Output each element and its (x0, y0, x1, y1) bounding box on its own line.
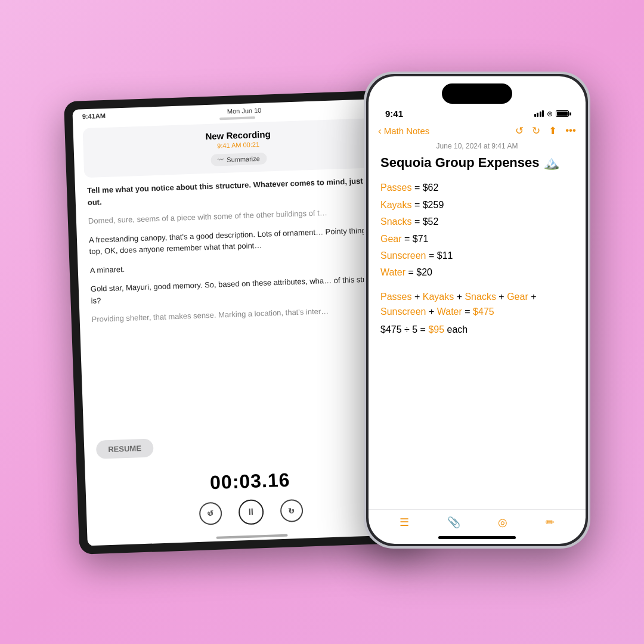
share-icon[interactable]: ⬆ (549, 125, 557, 137)
expense-label-passes: Passes (380, 182, 411, 193)
expense-sunscreen: Sunscreen = $11 (380, 249, 574, 262)
iphone-toolbar: ☰ 📎 ◎ ✏ (369, 509, 586, 532)
undo-icon[interactable]: ↺ (515, 125, 524, 137)
expense-label-gear: Gear (380, 234, 402, 244)
note-content: June 10, 2024 at 9:41 AM Sequoia Group E… (369, 142, 586, 509)
sum-plus-2: + (457, 292, 465, 302)
location-icon[interactable]: ◎ (498, 516, 507, 529)
resume-button[interactable]: RESUME (96, 438, 154, 459)
dynamic-island (442, 83, 512, 104)
pause-icon: ⏸ (246, 507, 256, 518)
nav-actions: ↺ ↻ ⬆ ••• (515, 125, 576, 137)
notes-navigation: ‹ Math Notes ↺ ↻ ⬆ ••• (369, 121, 586, 142)
iphone-home-indicator (438, 536, 516, 539)
back-label: Math Notes (384, 126, 430, 136)
wifi-icon: ⊜ (547, 110, 553, 118)
sum-plus-3: + (499, 292, 507, 302)
transcript-area: Tell me what you notice about this struc… (75, 174, 413, 441)
iphone-screen: 9:41 ⊜ (369, 76, 586, 544)
note-title-text: Sequoia Group Expenses 🏔️ (380, 155, 559, 170)
expense-label-water: Water (380, 267, 405, 277)
signal-bar-2 (537, 113, 538, 117)
expense-value-passes: = $62 (414, 182, 438, 193)
skip-forward-button[interactable]: ↻ 15 (280, 499, 303, 522)
iphone-inner: 9:41 ⊜ (366, 74, 588, 546)
battery-fill (557, 112, 568, 116)
transcript-line-3: A freestanding canopy, that's a good des… (89, 224, 395, 258)
checklist-icon[interactable]: ☰ (400, 516, 409, 529)
sum-plus-1: + (414, 292, 423, 302)
signal-bar-3 (540, 112, 541, 117)
status-icons: ⊜ (534, 110, 569, 118)
expense-snacks: Snacks = $52 (380, 215, 574, 228)
transcript-line-2: Domed, sure, seems of a piece with some … (88, 205, 394, 227)
battery-icon (556, 110, 569, 117)
sum-water: Water (437, 306, 462, 317)
iphone-device: 9:41 ⊜ (364, 72, 590, 549)
chevron-left-icon: ‹ (378, 125, 382, 137)
back-button[interactable]: ‹ Math Notes (378, 125, 429, 137)
division-answer: $95 (428, 324, 444, 335)
sum-sunscreen: Sunscreen (380, 306, 426, 317)
sum-equals: = (465, 306, 473, 317)
transcript-line-5: Gold star, Mayuri, good memory. So, base… (91, 273, 397, 306)
sum-total: $475 (473, 306, 494, 317)
sum-plus-4: + (531, 292, 536, 302)
transcript-line-6: Providing shelter, that makes sense. Mar… (91, 303, 397, 325)
iphone-status-bar: 9:41 ⊜ (369, 104, 586, 121)
transcript-line-4: A minaret. (89, 254, 395, 276)
signal-bars (534, 110, 544, 117)
more-icon[interactable]: ••• (565, 125, 576, 137)
expense-water: Water = $20 (380, 266, 574, 279)
expense-label-sunscreen: Sunscreen (380, 250, 426, 261)
pause-button[interactable]: ⏸ (238, 499, 264, 525)
expense-value-water: = $20 (408, 267, 432, 277)
sum-passes: Passes (380, 292, 411, 302)
recording-meta: 9:41 AM 00:21 (217, 141, 259, 149)
summarize-label: Summarize (227, 155, 260, 163)
expense-gear: Gear = $71 (380, 233, 574, 246)
skip-forward-label: 15 (289, 509, 294, 513)
division-suffix: each (447, 324, 468, 335)
redo-icon[interactable]: ↻ (532, 125, 540, 137)
expense-label-snacks: Snacks (380, 216, 411, 227)
expense-passes: Passes = $62 (380, 181, 574, 194)
compose-icon[interactable]: ✏ (546, 516, 555, 529)
expense-value-snacks: = $52 (414, 216, 438, 227)
ipad-time: 9:41AM (82, 112, 106, 120)
summarize-button[interactable]: 〰 Summarize (210, 153, 267, 166)
division-result: $475 ÷ 5 = $95 each (380, 324, 574, 335)
note-title: Sequoia Group Expenses 🏔️ (380, 155, 574, 171)
transcript-line-1: Tell me what you notice about this struc… (87, 174, 393, 208)
sum-snacks: Snacks (465, 292, 496, 302)
sum-kayaks: Kayaks (423, 292, 454, 302)
iphone-time: 9:41 (385, 109, 403, 119)
expense-sum: Passes + Kayaks + Snacks + Gear + Sunscr… (380, 289, 574, 320)
signal-bar-4 (542, 110, 544, 117)
attachment-icon[interactable]: 📎 (447, 516, 460, 529)
skip-back-button[interactable]: ↺ 15 (199, 502, 222, 525)
sum-plus-5: + (429, 306, 437, 317)
signal-bar-1 (534, 114, 536, 117)
expense-value-gear: = $71 (404, 234, 428, 244)
recording-card: New Recording 9:41 AM 00:21 〰 Summarize (83, 117, 395, 178)
ipad-date: Mon Jun 10 (227, 107, 262, 115)
division-expression: $475 ÷ 5 = (380, 324, 428, 335)
ipad-drag-handle (219, 116, 255, 120)
sum-gear: Gear (507, 292, 528, 302)
expense-value-kayaks: = $259 (414, 200, 444, 210)
expense-list: Passes = $62 Kayaks = $259 Snacks = $52 (380, 181, 574, 279)
waveform-icon: 〰 (218, 156, 224, 163)
note-date: June 10, 2024 at 9:41 AM (380, 142, 574, 150)
skip-back-label: 15 (208, 512, 213, 516)
expense-kayaks: Kayaks = $259 (380, 199, 574, 212)
expense-value-sunscreen: = $11 (429, 250, 453, 261)
ipad-home-indicator (216, 534, 288, 539)
recording-title: New Recording (205, 129, 271, 141)
expense-label-kayaks: Kayaks (380, 200, 411, 210)
